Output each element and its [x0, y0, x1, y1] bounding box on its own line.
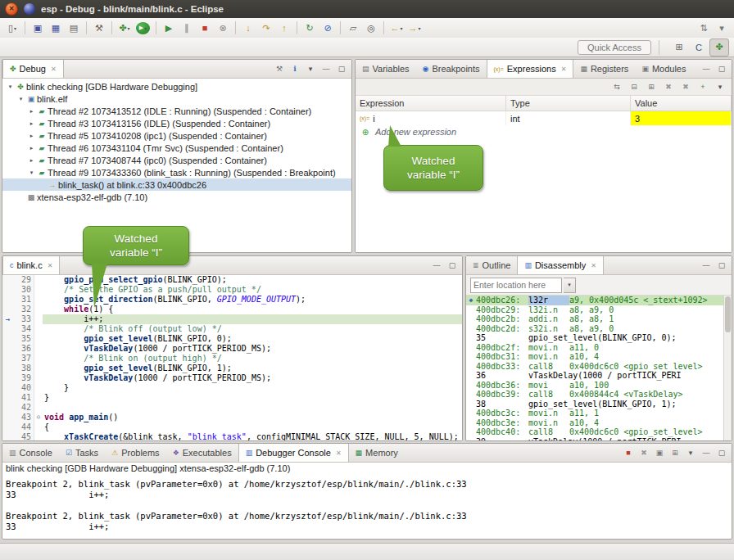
- restart-icon[interactable]: ↻: [301, 20, 319, 36]
- tab-blink-c[interactable]: cblink.c✕: [2, 256, 60, 274]
- debug-tree-row[interactable]: ▩xtensa-esp32-elf-gdb (7.10): [2, 191, 351, 203]
- save-icon[interactable]: ▣: [29, 20, 47, 36]
- editor-ruler[interactable]: [2, 334, 13, 344]
- disassembly-scrollbar[interactable]: [723, 296, 732, 440]
- tab-debug[interactable]: ✤Debug✕: [2, 60, 64, 78]
- debug-tree-row[interactable]: ▾▰Thread #9 1073433360 (blink_task : Run…: [2, 166, 351, 178]
- remove-all-expressions-icon[interactable]: ✖: [679, 80, 692, 93]
- editor-ruler[interactable]: [2, 285, 13, 295]
- tab-executables[interactable]: ❖Executables: [166, 444, 238, 462]
- add-expression-icon[interactable]: +: [696, 80, 709, 93]
- step-into-icon[interactable]: ↓: [239, 20, 257, 36]
- tab-close-icon[interactable]: ✕: [591, 262, 596, 269]
- editor-ruler[interactable]: [2, 364, 13, 373]
- editor-ruler[interactable]: [2, 324, 13, 334]
- debug-tree-row[interactable]: ▾▣blink.elf: [2, 93, 351, 105]
- view-wrench-icon[interactable]: ⚒: [273, 62, 286, 75]
- new-wizard-icon[interactable]: ▯▾: [3, 20, 21, 36]
- tab-disassembly[interactable]: ▥Disassembly✕: [517, 256, 604, 274]
- tab-modules[interactable]: ▣Modules: [635, 60, 692, 78]
- tab-expressions[interactable]: (x)=Expressions✕: [487, 60, 574, 78]
- print-icon[interactable]: ▤: [65, 20, 83, 36]
- collapse-all-icon[interactable]: ⊞: [645, 80, 658, 93]
- save-all-icon[interactable]: ▦: [47, 20, 65, 36]
- disconnect-icon[interactable]: ⊗: [214, 20, 232, 36]
- add-expression-row[interactable]: ⊕ Add new expression: [356, 125, 732, 138]
- remove-launch-icon[interactable]: ✖: [637, 446, 650, 459]
- view-menu-icon[interactable]: ▾: [304, 62, 317, 75]
- step-return-icon[interactable]: ↑: [275, 20, 293, 36]
- minimize-icon[interactable]: —: [700, 62, 713, 75]
- remove-expression-icon[interactable]: ✖: [662, 80, 675, 93]
- tab-variables[interactable]: ▤Variables: [356, 60, 416, 78]
- editor-ruler[interactable]: [2, 413, 13, 422]
- tab-outline[interactable]: ≣Outline: [466, 256, 517, 274]
- editor-ruler[interactable]: [2, 432, 13, 440]
- console-output[interactable]: Breakpoint 2, blink_task (pvParameter=0x…: [2, 476, 732, 539]
- editor-ruler[interactable]: [2, 295, 13, 305]
- open-perspective-icon[interactable]: ⊞: [670, 39, 688, 56]
- forward-icon[interactable]: →▾: [406, 20, 424, 36]
- column-value[interactable]: Value: [631, 96, 732, 111]
- back-icon[interactable]: ←▾: [387, 20, 406, 36]
- editor-ruler[interactable]: [2, 344, 13, 354]
- editor-ruler[interactable]: [2, 305, 13, 314]
- tab-close-icon[interactable]: ✕: [336, 449, 342, 457]
- view-menu-icon[interactable]: ▾: [714, 80, 727, 93]
- skip-breakpoints-icon[interactable]: ⊘: [319, 20, 337, 36]
- terminate-icon[interactable]: ■: [622, 446, 635, 459]
- maximize-icon[interactable]: ▢: [715, 259, 728, 272]
- show-type-names-icon[interactable]: ⇆: [610, 80, 623, 93]
- editor-ruler[interactable]: [2, 373, 13, 383]
- debug-perspective-icon[interactable]: ✤: [709, 38, 729, 56]
- expression-row[interactable]: (x)=i int 3: [356, 111, 732, 125]
- tree-expander-icon[interactable]: ▸: [27, 108, 36, 115]
- debug-tree-row[interactable]: ▸▰Thread #3 1073413156 (IDLE) (Suspended…: [2, 117, 351, 129]
- new-cpp-file-icon[interactable]: ▱: [344, 20, 362, 36]
- debug-tree-row[interactable]: ▸▰Thread #6 1073431104 (Tmr Svc) (Suspen…: [2, 142, 351, 154]
- terminate-icon[interactable]: ■: [196, 20, 214, 36]
- display-selected-console-icon[interactable]: ▣: [653, 446, 666, 459]
- tab-console[interactable]: ▥Console: [2, 444, 59, 462]
- maximize-icon[interactable]: ▢: [715, 62, 728, 75]
- tab-close-icon[interactable]: ✕: [51, 65, 57, 73]
- minimize-icon[interactable]: —: [700, 446, 713, 459]
- tab-close-icon[interactable]: ✕: [561, 65, 567, 73]
- minimize-icon[interactable]: —: [319, 62, 333, 75]
- code-editor[interactable]: 29 gpio_pad_select_gpio(BLINK_GPIO);30 /…: [2, 275, 462, 440]
- debug-tree-row[interactable]: →blink_task() at blink.c:33 0x400dbc26: [2, 178, 351, 191]
- open-console-icon[interactable]: ⊞: [668, 446, 682, 459]
- build-icon[interactable]: ⚒: [90, 20, 108, 36]
- tree-expander-icon[interactable]: ▸: [27, 120, 36, 127]
- tree-expander-icon[interactable]: ▾: [6, 84, 15, 90]
- debug-icon[interactable]: ✤▾: [116, 20, 134, 36]
- tab-close-icon[interactable]: ✕: [48, 262, 53, 269]
- editor-ruler[interactable]: [2, 275, 13, 285]
- tab-problems[interactable]: ⚠Problems: [105, 444, 166, 462]
- tab-registers[interactable]: ▦Registers: [573, 60, 635, 78]
- resume-icon[interactable]: ▶: [160, 20, 178, 36]
- editor-ruler[interactable]: [2, 403, 13, 413]
- quick-access-button[interactable]: Quick Access: [578, 40, 651, 55]
- scrollbar-thumb[interactable]: [725, 296, 731, 332]
- cpp-perspective-icon[interactable]: C: [690, 39, 708, 56]
- annotation-nav-icon[interactable]: ⇅: [695, 20, 713, 36]
- debug-tree-row[interactable]: ▾✤blink checking [GDB Hardware Debugging…: [2, 80, 351, 93]
- tab-debugger-console[interactable]: ▥Debugger Console✕: [238, 444, 349, 462]
- show-logical-structure-icon[interactable]: ⊟: [628, 80, 641, 93]
- toolbar-overflow-icon[interactable]: ▾: [713, 20, 731, 36]
- step-over-icon[interactable]: ↷: [257, 20, 275, 36]
- tab-breakpoints[interactable]: ◉Breakpoints: [416, 60, 487, 78]
- debug-tree-row[interactable]: ▸▰Thread #7 1073408744 (ipc0) (Suspended…: [2, 154, 351, 166]
- window-close-button[interactable]: ✕: [5, 2, 18, 16]
- debug-tree-row[interactable]: ▸▰Thread #2 1073413512 (IDLE : Running) …: [2, 105, 351, 117]
- editor-ruler[interactable]: [2, 354, 13, 364]
- maximize-icon[interactable]: ▢: [446, 259, 459, 272]
- suspend-icon[interactable]: ∥: [178, 20, 196, 36]
- debug-tree-row[interactable]: ▸▰Thread #5 1073410208 (ipc1) (Suspended…: [2, 129, 351, 142]
- tree-expander-icon[interactable]: ▾: [16, 96, 25, 102]
- minimize-icon[interactable]: —: [430, 259, 443, 272]
- column-type[interactable]: Type: [506, 96, 631, 111]
- column-expression[interactable]: Expression: [356, 96, 506, 111]
- instruction-pointer-icon[interactable]: →: [2, 314, 13, 324]
